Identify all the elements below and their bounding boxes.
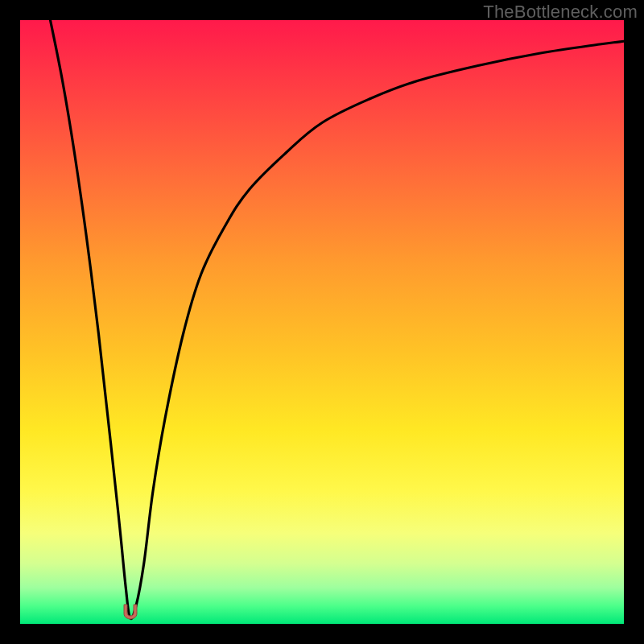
chart-frame: TheBottleneck.com	[0, 0, 644, 644]
dip-marker	[121, 602, 140, 620]
plot-area	[20, 20, 624, 624]
bottleneck-curve	[20, 20, 624, 624]
watermark-text: TheBottleneck.com	[483, 2, 638, 23]
